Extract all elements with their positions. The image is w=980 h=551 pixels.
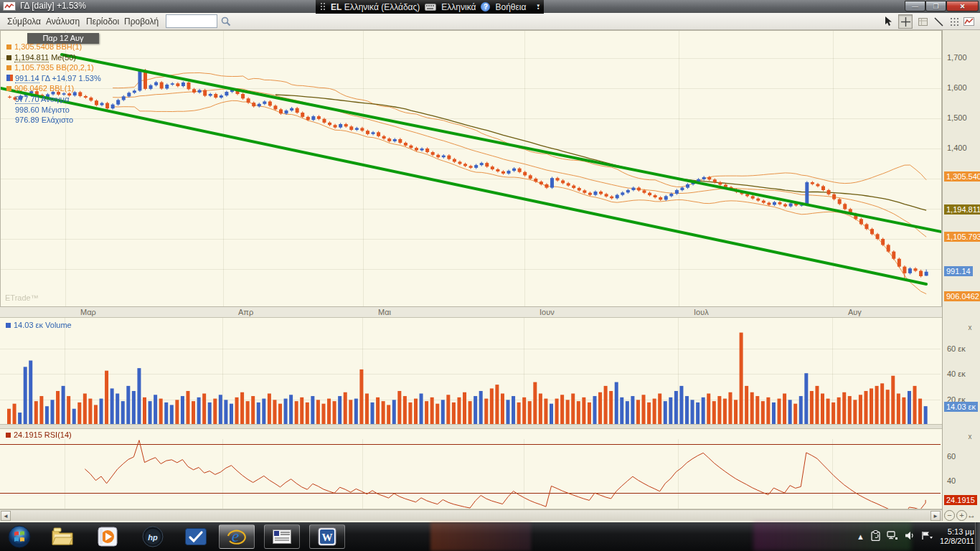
volume-legend: 14.03 εκ Volume xyxy=(6,321,72,329)
volume-pane: 14.03 εκ Volume xyxy=(0,318,942,425)
show-desktop-button[interactable] xyxy=(975,522,980,551)
menu-item-3[interactable]: Περίοδοι xyxy=(82,15,123,28)
search-icon[interactable] xyxy=(219,14,233,29)
start-button[interactable] xyxy=(7,524,32,549)
help-icon[interactable]: ? xyxy=(481,2,490,11)
volume-icon[interactable] xyxy=(905,530,915,543)
legend-value: 1,105.7935 xyxy=(14,63,54,72)
price-chart-canvas[interactable] xyxy=(1,31,941,306)
menu-item-1[interactable]: Σύμβολα xyxy=(3,15,45,28)
trendline-tool-icon[interactable] xyxy=(931,14,946,29)
menu-item-4[interactable]: Προβολή xyxy=(120,15,163,28)
rsi-chart-canvas[interactable] xyxy=(0,429,941,509)
keyboard-icon[interactable] xyxy=(425,4,436,11)
legend-marker xyxy=(6,65,11,70)
legend-row-7: 998.60 Μέγιστο xyxy=(6,105,70,114)
taskbar: hp e W ▲ 5:13 μμ 12/8/2011 xyxy=(0,522,980,551)
month-label-Μαι: Μαι xyxy=(378,308,391,316)
legend-value: 976.89 xyxy=(15,116,39,124)
legend-name: BBL(1) xyxy=(47,84,74,93)
price-badge-2: 1,194.811 xyxy=(944,204,980,215)
legend-name: Ελάχιστο xyxy=(39,116,73,124)
explorer-icon[interactable] xyxy=(50,524,75,549)
region-tool-icon[interactable] xyxy=(915,14,930,29)
price-badge-3: 1,105.793 xyxy=(944,232,980,242)
langbar-grip-handle[interactable] xyxy=(320,2,326,11)
cursor-tool-icon[interactable] xyxy=(881,14,895,29)
svg-text:hp: hp xyxy=(148,533,158,542)
scroll-right-button[interactable]: ► xyxy=(930,511,941,521)
window-controls: — ❐ ✕ xyxy=(905,1,979,11)
chart-type-icon[interactable] xyxy=(961,14,976,29)
language-bar[interactable]: EL Ελληνικά (Ελλάδας) Ελληνικά ? Βοήθεια… xyxy=(316,0,544,14)
candle-marker-icon xyxy=(6,75,13,81)
help-label[interactable]: Βοήθεια xyxy=(495,2,526,12)
legend-name: Me(50) xyxy=(49,53,76,62)
volume-chart-canvas[interactable] xyxy=(0,318,941,424)
legend-value: 906.0462 xyxy=(14,84,47,93)
menu-bar: ΣύμβολαΑνάλυσηΠερίοδοιΠροβολή xyxy=(0,13,980,30)
legend-marker xyxy=(6,86,11,91)
legend-name: BB(20,2,1) xyxy=(54,63,94,72)
legend-row-1: 1,305.5408 BBH(1) xyxy=(6,42,82,51)
price-axis-column[interactable]: 1,7001,6001,5001,4001,305.5401,194.8111,… xyxy=(942,30,980,521)
rsi-pane: 24.1915 RSI(14) xyxy=(0,429,942,509)
hidden-icons-button[interactable]: ▲ xyxy=(857,532,864,541)
volume-legend-marker xyxy=(6,323,11,328)
volume-pane-close-button[interactable]: x xyxy=(966,324,974,332)
zoom-out-button[interactable]: − xyxy=(944,510,955,521)
taskbar-button-internet-explorer[interactable]: e xyxy=(219,524,255,549)
legend-row-5: 906.0462 BBL(1) xyxy=(6,84,74,93)
legend-value: 998.60 xyxy=(15,105,39,114)
legend-row-4: 991.14 ΓΔ +14.97 1.53% xyxy=(6,74,101,83)
menu-item-2[interactable]: Ανάλυση xyxy=(42,15,84,28)
window-titlebar[interactable]: ΓΔ [daily] +1.53% EL Ελληνικά (Ελλάδας) … xyxy=(0,0,980,13)
taskbar-button-word[interactable]: W xyxy=(309,524,345,549)
action-center-icon[interactable] xyxy=(871,530,880,544)
keyboard-layout-label[interactable]: Ελληνικά xyxy=(441,2,476,12)
minimize-button[interactable]: — xyxy=(905,1,925,11)
legend-marker xyxy=(6,44,11,50)
langbar-options-icon[interactable]: ▾▪ xyxy=(537,4,540,10)
rsi-legend: 24.1915 RSI(14) xyxy=(6,430,72,439)
horizontal-resize-icon[interactable]: ↔ xyxy=(966,510,977,521)
taskbar-button-document-app[interactable] xyxy=(264,524,300,549)
volume-tick-40: 40 εκ xyxy=(947,369,966,378)
horizontal-scrollbar[interactable]: ◄ ► xyxy=(0,509,942,521)
month-label-Ιουν: Ιουν xyxy=(540,308,555,316)
month-label-Αυγ: Αυγ xyxy=(848,308,862,316)
scroll-left-button[interactable]: ◄ xyxy=(1,511,11,521)
legend-value: 1,305.5408 xyxy=(14,42,54,51)
legend-row-6: 977.70 Ανοιγμα xyxy=(6,95,70,103)
maximize-button[interactable]: ❐ xyxy=(925,1,946,11)
hp-icon[interactable]: hp xyxy=(141,524,165,549)
legend-row-2: 1,194.811 Me(50) xyxy=(6,53,76,62)
price-tick-1,400: 1,400 xyxy=(947,143,967,152)
system-tray: ▲ 5:13 μμ 12/8/2011 xyxy=(857,522,974,551)
network-icon[interactable] xyxy=(887,530,898,543)
media-player-icon[interactable] xyxy=(95,524,120,549)
price-tick-1,500: 1,500 xyxy=(947,113,967,122)
price-tick-1,700: 1,700 xyxy=(947,53,967,62)
app-chart-icon xyxy=(3,1,16,11)
price-pane: Παρ 12 Αυγ 1,305.5408 BBH(1)1,194.811 Me… xyxy=(0,30,942,307)
time-axis[interactable]: ΜαρΑπρΜαιΙουνΙουλΑυγ xyxy=(0,307,942,318)
volume-badge: 14.03 εκ xyxy=(944,402,978,412)
legend-value: 977.70 xyxy=(15,95,39,104)
rsi-pane-close-button[interactable]: x xyxy=(966,433,974,441)
crosshair-tool-icon[interactable] xyxy=(898,14,913,29)
close-button[interactable]: ✕ xyxy=(946,1,979,11)
search-input[interactable] xyxy=(166,14,217,28)
rsi-legend-marker xyxy=(6,433,11,438)
month-label-Μαρ: Μαρ xyxy=(80,308,96,316)
legend-name: Μέγιστο xyxy=(39,105,70,114)
price-badge-4: 991.14 xyxy=(944,266,973,276)
check-app-icon[interactable] xyxy=(184,524,208,549)
price-tick-1,600: 1,600 xyxy=(947,83,967,92)
taskbar-clock[interactable]: 5:13 μμ 12/8/2011 xyxy=(940,527,974,546)
grid-dots-icon[interactable] xyxy=(947,14,961,29)
legend-value: 991.14 xyxy=(15,74,39,83)
language-flag-icon[interactable] xyxy=(921,530,933,543)
rsi-tick-60: 60 xyxy=(947,452,956,461)
language-code[interactable]: EL Ελληνικά (Ελλάδας) xyxy=(331,2,420,12)
